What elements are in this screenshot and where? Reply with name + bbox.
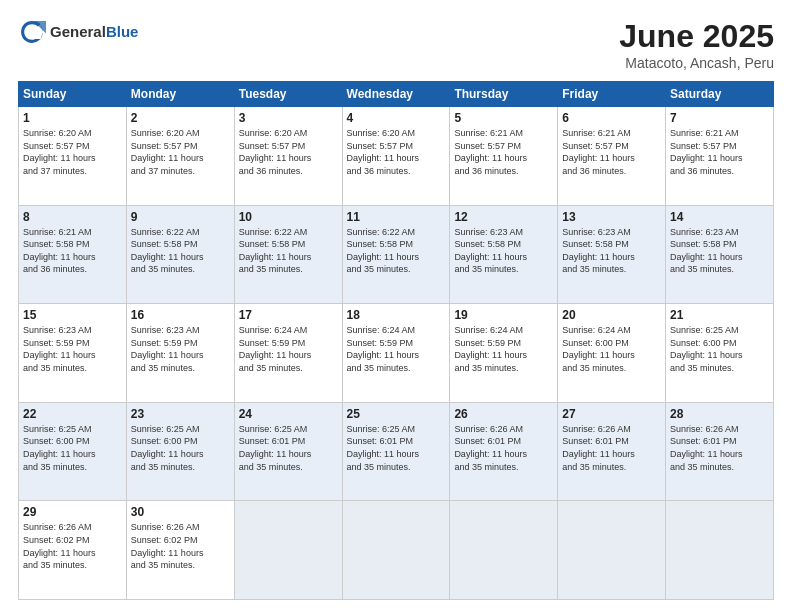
- calendar-cell: 10Sunrise: 6:22 AMSunset: 5:58 PMDayligh…: [234, 205, 342, 304]
- calendar-cell: [450, 501, 558, 600]
- day-info: Sunrise: 6:25 AMSunset: 6:01 PMDaylight:…: [239, 423, 338, 473]
- day-info: Sunrise: 6:26 AMSunset: 6:01 PMDaylight:…: [454, 423, 553, 473]
- day-number: 25: [347, 407, 446, 421]
- day-number: 1: [23, 111, 122, 125]
- calendar-header-row: SundayMondayTuesdayWednesdayThursdayFrid…: [19, 82, 774, 107]
- calendar-table: SundayMondayTuesdayWednesdayThursdayFrid…: [18, 81, 774, 600]
- day-number: 16: [131, 308, 230, 322]
- day-info: Sunrise: 6:21 AMSunset: 5:57 PMDaylight:…: [454, 127, 553, 177]
- day-info: Sunrise: 6:22 AMSunset: 5:58 PMDaylight:…: [131, 226, 230, 276]
- calendar-row: 15Sunrise: 6:23 AMSunset: 5:59 PMDayligh…: [19, 304, 774, 403]
- calendar-cell: 7Sunrise: 6:21 AMSunset: 5:57 PMDaylight…: [666, 107, 774, 206]
- title-area: June 2025 Matacoto, Ancash, Peru: [619, 18, 774, 71]
- calendar-header-cell: Sunday: [19, 82, 127, 107]
- day-number: 7: [670, 111, 769, 125]
- calendar-cell: 25Sunrise: 6:25 AMSunset: 6:01 PMDayligh…: [342, 402, 450, 501]
- day-number: 19: [454, 308, 553, 322]
- day-info: Sunrise: 6:24 AMSunset: 5:59 PMDaylight:…: [347, 324, 446, 374]
- day-number: 20: [562, 308, 661, 322]
- day-number: 23: [131, 407, 230, 421]
- calendar-cell: [666, 501, 774, 600]
- calendar-cell: 27Sunrise: 6:26 AMSunset: 6:01 PMDayligh…: [558, 402, 666, 501]
- day-info: Sunrise: 6:24 AMSunset: 5:59 PMDaylight:…: [239, 324, 338, 374]
- day-number: 22: [23, 407, 122, 421]
- calendar-cell: 5Sunrise: 6:21 AMSunset: 5:57 PMDaylight…: [450, 107, 558, 206]
- day-info: Sunrise: 6:23 AMSunset: 5:58 PMDaylight:…: [562, 226, 661, 276]
- logo-blue: Blue: [106, 24, 139, 41]
- calendar-cell: [342, 501, 450, 600]
- day-info: Sunrise: 6:26 AMSunset: 6:02 PMDaylight:…: [131, 521, 230, 571]
- top-area: General Blue June 2025 Matacoto, Ancash,…: [18, 18, 774, 71]
- day-number: 11: [347, 210, 446, 224]
- calendar-cell: 30Sunrise: 6:26 AMSunset: 6:02 PMDayligh…: [126, 501, 234, 600]
- calendar-cell: 19Sunrise: 6:24 AMSunset: 5:59 PMDayligh…: [450, 304, 558, 403]
- day-info: Sunrise: 6:24 AMSunset: 5:59 PMDaylight:…: [454, 324, 553, 374]
- calendar-cell: 14Sunrise: 6:23 AMSunset: 5:58 PMDayligh…: [666, 205, 774, 304]
- day-info: Sunrise: 6:23 AMSunset: 5:58 PMDaylight:…: [454, 226, 553, 276]
- calendar-cell: [234, 501, 342, 600]
- calendar-cell: 22Sunrise: 6:25 AMSunset: 6:00 PMDayligh…: [19, 402, 127, 501]
- day-info: Sunrise: 6:21 AMSunset: 5:57 PMDaylight:…: [562, 127, 661, 177]
- day-info: Sunrise: 6:25 AMSunset: 6:01 PMDaylight:…: [347, 423, 446, 473]
- day-info: Sunrise: 6:26 AMSunset: 6:02 PMDaylight:…: [23, 521, 122, 571]
- calendar-header-cell: Wednesday: [342, 82, 450, 107]
- calendar-cell: 11Sunrise: 6:22 AMSunset: 5:58 PMDayligh…: [342, 205, 450, 304]
- day-info: Sunrise: 6:21 AMSunset: 5:57 PMDaylight:…: [670, 127, 769, 177]
- day-number: 12: [454, 210, 553, 224]
- day-number: 13: [562, 210, 661, 224]
- logo-general: General: [50, 24, 106, 41]
- calendar-header-cell: Saturday: [666, 82, 774, 107]
- logo: General Blue: [18, 18, 138, 46]
- subtitle: Matacoto, Ancash, Peru: [619, 55, 774, 71]
- day-info: Sunrise: 6:20 AMSunset: 5:57 PMDaylight:…: [347, 127, 446, 177]
- calendar-cell: 21Sunrise: 6:25 AMSunset: 6:00 PMDayligh…: [666, 304, 774, 403]
- day-number: 6: [562, 111, 661, 125]
- calendar-cell: 20Sunrise: 6:24 AMSunset: 6:00 PMDayligh…: [558, 304, 666, 403]
- day-info: Sunrise: 6:25 AMSunset: 6:00 PMDaylight:…: [131, 423, 230, 473]
- calendar-cell: 17Sunrise: 6:24 AMSunset: 5:59 PMDayligh…: [234, 304, 342, 403]
- day-info: Sunrise: 6:21 AMSunset: 5:58 PMDaylight:…: [23, 226, 122, 276]
- day-number: 15: [23, 308, 122, 322]
- day-number: 29: [23, 505, 122, 519]
- day-number: 4: [347, 111, 446, 125]
- day-number: 18: [347, 308, 446, 322]
- day-info: Sunrise: 6:25 AMSunset: 6:00 PMDaylight:…: [23, 423, 122, 473]
- calendar-cell: 8Sunrise: 6:21 AMSunset: 5:58 PMDaylight…: [19, 205, 127, 304]
- day-number: 14: [670, 210, 769, 224]
- calendar-header-cell: Friday: [558, 82, 666, 107]
- calendar-cell: 3Sunrise: 6:20 AMSunset: 5:57 PMDaylight…: [234, 107, 342, 206]
- day-info: Sunrise: 6:24 AMSunset: 6:00 PMDaylight:…: [562, 324, 661, 374]
- calendar-cell: [558, 501, 666, 600]
- day-number: 8: [23, 210, 122, 224]
- calendar-cell: 26Sunrise: 6:26 AMSunset: 6:01 PMDayligh…: [450, 402, 558, 501]
- calendar-header-cell: Monday: [126, 82, 234, 107]
- calendar-header-cell: Thursday: [450, 82, 558, 107]
- day-number: 30: [131, 505, 230, 519]
- calendar-cell: 29Sunrise: 6:26 AMSunset: 6:02 PMDayligh…: [19, 501, 127, 600]
- calendar-cell: 18Sunrise: 6:24 AMSunset: 5:59 PMDayligh…: [342, 304, 450, 403]
- calendar-cell: 6Sunrise: 6:21 AMSunset: 5:57 PMDaylight…: [558, 107, 666, 206]
- calendar-row: 29Sunrise: 6:26 AMSunset: 6:02 PMDayligh…: [19, 501, 774, 600]
- day-number: 24: [239, 407, 338, 421]
- calendar-cell: 13Sunrise: 6:23 AMSunset: 5:58 PMDayligh…: [558, 205, 666, 304]
- day-info: Sunrise: 6:20 AMSunset: 5:57 PMDaylight:…: [131, 127, 230, 177]
- main-title: June 2025: [619, 18, 774, 55]
- logo-icon: [18, 18, 46, 46]
- calendar-cell: 15Sunrise: 6:23 AMSunset: 5:59 PMDayligh…: [19, 304, 127, 403]
- calendar-cell: 24Sunrise: 6:25 AMSunset: 6:01 PMDayligh…: [234, 402, 342, 501]
- day-number: 10: [239, 210, 338, 224]
- day-info: Sunrise: 6:26 AMSunset: 6:01 PMDaylight:…: [670, 423, 769, 473]
- day-number: 9: [131, 210, 230, 224]
- day-number: 27: [562, 407, 661, 421]
- logo-text: General Blue: [50, 24, 138, 41]
- day-number: 17: [239, 308, 338, 322]
- calendar-body: 1Sunrise: 6:20 AMSunset: 5:57 PMDaylight…: [19, 107, 774, 600]
- calendar-row: 1Sunrise: 6:20 AMSunset: 5:57 PMDaylight…: [19, 107, 774, 206]
- day-info: Sunrise: 6:20 AMSunset: 5:57 PMDaylight:…: [23, 127, 122, 177]
- day-info: Sunrise: 6:23 AMSunset: 5:59 PMDaylight:…: [23, 324, 122, 374]
- day-number: 3: [239, 111, 338, 125]
- day-info: Sunrise: 6:23 AMSunset: 5:59 PMDaylight:…: [131, 324, 230, 374]
- calendar-row: 8Sunrise: 6:21 AMSunset: 5:58 PMDaylight…: [19, 205, 774, 304]
- calendar-cell: 28Sunrise: 6:26 AMSunset: 6:01 PMDayligh…: [666, 402, 774, 501]
- day-info: Sunrise: 6:23 AMSunset: 5:58 PMDaylight:…: [670, 226, 769, 276]
